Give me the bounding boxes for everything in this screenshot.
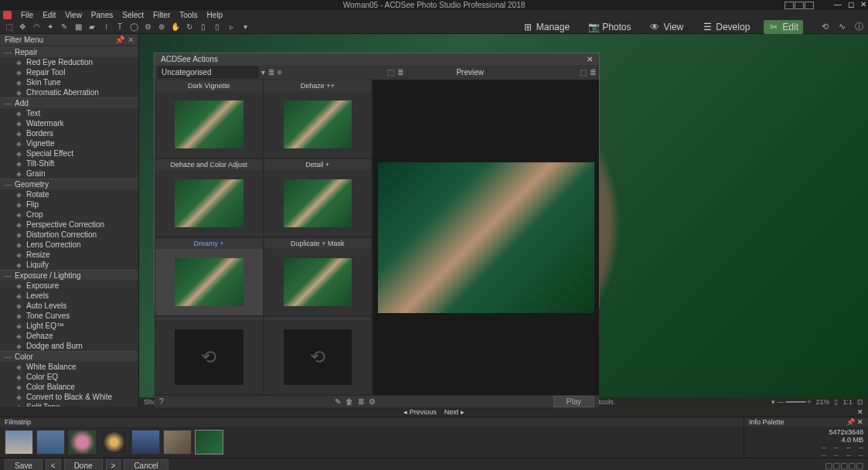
stack-icon[interactable]: ≣ xyxy=(358,397,364,406)
filmstrip-thumb-selected[interactable] xyxy=(195,430,223,455)
play-icon[interactable]: ▹ xyxy=(226,22,237,32)
filter-group-header[interactable]: Exposure / Lighting xyxy=(0,270,138,281)
action-cell[interactable]: Dehaze and Color Adjust xyxy=(155,158,264,237)
filter-item[interactable]: ◈Skin Tune xyxy=(0,77,138,87)
filmstrip-thumb[interactable] xyxy=(36,430,65,455)
menu-tools[interactable]: Tools xyxy=(179,11,197,19)
filter-group-header[interactable]: Geometry xyxy=(0,179,138,189)
action-cell[interactable]: Detail + xyxy=(264,158,373,237)
filter-item[interactable]: ◈Watermark xyxy=(0,118,138,128)
fill-tool-icon[interactable]: ▰ xyxy=(87,22,97,32)
filter-item[interactable]: ◈Color EQ xyxy=(0,372,138,382)
mode-manage[interactable]: ⊞Manage xyxy=(518,20,574,34)
brush-tool-icon[interactable]: ✎ xyxy=(59,22,70,32)
filmstrip-thumb[interactable] xyxy=(68,430,97,455)
mode-view[interactable]: 👁View xyxy=(645,20,688,34)
expand-preview-icon[interactable]: ⬚ xyxy=(580,68,587,77)
undo-icon[interactable]: ⟲ xyxy=(819,22,831,32)
histogram-icon[interactable]: ∿ xyxy=(836,22,848,32)
list-icon[interactable]: ≣ xyxy=(397,68,403,77)
mode-develop[interactable]: ☰Develop xyxy=(697,20,754,34)
hand-tool-icon[interactable]: ✋ xyxy=(170,22,181,32)
filmstrip-thumb[interactable] xyxy=(100,430,128,455)
filter-item[interactable]: ◈Liquify xyxy=(0,260,138,270)
dropdown-toggle-icon[interactable]: ▾ xyxy=(261,68,265,77)
action-cell[interactable]: Dreamy + xyxy=(155,237,264,316)
filter-item[interactable]: ◈Auto Levels xyxy=(0,301,138,311)
gear-icon[interactable]: ⚙ xyxy=(369,397,376,406)
lasso-tool-icon[interactable]: ◠ xyxy=(31,22,42,32)
filter-item[interactable]: ◈Vignette xyxy=(0,138,138,148)
dialog-close-icon[interactable]: ✕ xyxy=(587,55,593,63)
filter-group-header[interactable]: Color xyxy=(0,351,138,362)
dropdown-icon[interactable]: ▾ xyxy=(240,22,250,32)
filter-item[interactable]: ◈Perspective Correction xyxy=(0,220,138,230)
filter-item[interactable]: ◈Dodge and Burn xyxy=(0,341,138,351)
group2-icon[interactable]: ▯ xyxy=(212,22,223,32)
action-cell[interactable]: ⟲ xyxy=(264,316,373,395)
filmstrip-thumb[interactable] xyxy=(131,430,160,455)
next-button[interactable]: Next ▸ xyxy=(444,408,465,416)
filter-item[interactable]: ◈Repair Tool xyxy=(0,67,138,77)
selection-tool-icon[interactable]: ⬚ xyxy=(3,22,14,32)
filter-group-header[interactable]: Repair xyxy=(0,46,138,57)
zoom-tool-icon[interactable]: ⊕ xyxy=(156,22,167,32)
delete-icon[interactable]: 🗑 xyxy=(345,397,353,406)
filter-item[interactable]: ◈Grain xyxy=(0,169,138,179)
sort-icon[interactable]: ≣ xyxy=(268,68,274,77)
filter-item[interactable]: ◈Lens Correction xyxy=(0,240,138,250)
group1-icon[interactable]: ▯ xyxy=(198,22,209,32)
menu-help[interactable]: Help xyxy=(207,11,223,19)
gradient-tool-icon[interactable]: ▦ xyxy=(73,22,83,32)
menu-panes[interactable]: Panes xyxy=(91,11,113,19)
actions-grid[interactable]: Dark VignetteDehaze ++Dehaze and Color A… xyxy=(155,80,373,395)
pin-icon[interactable]: 📌 xyxy=(115,36,124,44)
filter-item[interactable]: ◈Levels xyxy=(0,291,138,301)
filter-item[interactable]: ◈Distortion Correction xyxy=(0,230,138,240)
filter-item[interactable]: ◈Text xyxy=(0,108,138,118)
wand-tool-icon[interactable]: ✦ xyxy=(45,22,56,32)
preview-list-icon[interactable]: ≣ xyxy=(590,68,596,77)
filter-item[interactable]: ◈Exposure xyxy=(0,281,138,291)
filter-item[interactable]: ◈Special Effect xyxy=(0,148,138,158)
filter-item[interactable]: ◈Resize xyxy=(0,250,138,260)
close-info-icon[interactable]: ✕ xyxy=(857,418,863,426)
menu-edit[interactable]: Edit xyxy=(43,11,56,19)
category-input[interactable] xyxy=(158,66,258,78)
action-cell[interactable]: Duplicate + Mask xyxy=(264,237,373,316)
play-button[interactable]: Play xyxy=(553,396,594,407)
eyedropper-icon[interactable]: ⁞ xyxy=(100,22,111,32)
cancel-button[interactable]: Cancel xyxy=(124,459,168,470)
action-cell[interactable]: Dehaze ++ xyxy=(264,80,373,158)
maximize-icon[interactable]: ◻ xyxy=(848,0,854,9)
action-cell[interactable]: ⟲ xyxy=(155,316,264,395)
filmstrip-thumb[interactable] xyxy=(5,430,33,455)
filter-item[interactable]: ◈Convert to Black & White xyxy=(0,392,138,402)
minimize-icon[interactable]: — xyxy=(834,0,842,9)
filter-item[interactable]: ◈Color Balance xyxy=(0,382,138,392)
menu-filter[interactable]: Filter xyxy=(153,11,170,19)
filter-item[interactable]: ◈Tilt-Shift xyxy=(0,158,138,169)
shape-tool-icon[interactable]: ◯ xyxy=(128,22,139,32)
filter-item[interactable]: ◈White Balance xyxy=(0,362,138,372)
previous-button[interactable]: ◂ Previous xyxy=(403,408,437,416)
rotate-tool-icon[interactable]: ↻ xyxy=(184,22,195,32)
filter-item[interactable]: ◈Light EQ™ xyxy=(0,321,138,331)
zoom-controls[interactable]: ▾ — ━━━━━ + 21% ▯ 1:1 ⊡ xyxy=(771,398,863,406)
menu-view[interactable]: View xyxy=(65,11,82,19)
settings-tool-icon[interactable]: ⚙ xyxy=(142,22,153,32)
next-image-button[interactable]: > xyxy=(106,459,121,470)
nav-close-icon[interactable]: ✕ xyxy=(857,408,863,416)
move-tool-icon[interactable]: ✥ xyxy=(17,22,28,32)
close-icon[interactable]: ✕ xyxy=(860,0,866,9)
save-button[interactable]: Save xyxy=(5,459,43,470)
filter-item[interactable]: ◈Tone Curves xyxy=(0,311,138,321)
filter-group-header[interactable]: Add xyxy=(0,97,138,108)
filter-icon[interactable]: ≡ xyxy=(277,68,282,77)
action-cell[interactable]: Dark Vignette xyxy=(155,80,264,158)
filter-item[interactable]: ◈Flip xyxy=(0,199,138,209)
prev-image-button[interactable]: < xyxy=(46,459,61,470)
checkbox-group[interactable]: ▢▢▢▢▢ xyxy=(825,461,863,470)
mode-photos[interactable]: 📷Photos xyxy=(584,20,635,34)
filter-item[interactable]: ◈Chromatic Aberration xyxy=(0,87,138,97)
